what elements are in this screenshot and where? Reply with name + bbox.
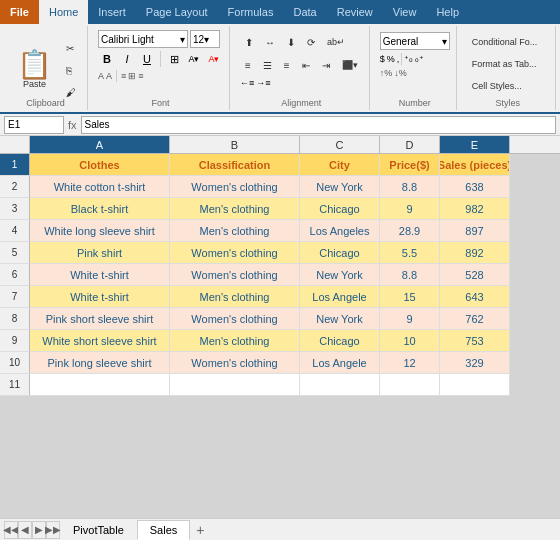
table-cell[interactable]: Clothes: [30, 154, 170, 176]
tab-home[interactable]: Home: [39, 0, 88, 24]
tab-formulas[interactable]: Formulas: [218, 0, 284, 24]
row-number[interactable]: 6: [0, 264, 30, 286]
spreadsheet-scroll-container[interactable]: 1ClothesClassificationCityPrice($)Sales …: [0, 154, 560, 518]
table-cell[interactable]: 9: [380, 308, 440, 330]
font-name-selector[interactable]: Calibri Light ▾: [98, 30, 188, 48]
table-cell[interactable]: Pink short sleeve shirt: [30, 308, 170, 330]
table-cell[interactable]: 329: [440, 352, 510, 374]
underline-button[interactable]: U: [138, 50, 156, 68]
row-number[interactable]: 2: [0, 176, 30, 198]
col-header-b[interactable]: B: [170, 136, 300, 153]
table-cell[interactable]: [380, 374, 440, 396]
table-cell[interactable]: 8.8: [380, 176, 440, 198]
table-cell[interactable]: White t-shirt: [30, 264, 170, 286]
row-number[interactable]: 3: [0, 198, 30, 220]
font-color-button[interactable]: A▾: [205, 50, 223, 68]
table-cell[interactable]: Pink shirt: [30, 242, 170, 264]
table-cell[interactable]: Men's clothing: [170, 220, 300, 242]
align-right-button[interactable]: ≡: [279, 55, 295, 75]
table-cell[interactable]: [170, 374, 300, 396]
tab-page-layout[interactable]: Page Layout: [136, 0, 218, 24]
table-cell[interactable]: Women's clothing: [170, 176, 300, 198]
table-cell[interactable]: 753: [440, 330, 510, 352]
table-cell[interactable]: [300, 374, 380, 396]
table-cell[interactable]: Sales (pieces): [440, 154, 510, 176]
copy-button[interactable]: ⎘: [61, 60, 81, 80]
sheet-scroll-left-button[interactable]: ◀◀: [4, 521, 18, 539]
table-cell[interactable]: Classification: [170, 154, 300, 176]
table-cell[interactable]: 8.8: [380, 264, 440, 286]
col-header-c[interactable]: C: [300, 136, 380, 153]
table-cell[interactable]: Black t-shirt: [30, 198, 170, 220]
font-size-selector[interactable]: 12 ▾: [190, 30, 220, 48]
table-cell[interactable]: 982: [440, 198, 510, 220]
table-cell[interactable]: 5.5: [380, 242, 440, 264]
table-cell[interactable]: Women's clothing: [170, 308, 300, 330]
bold-button[interactable]: B: [98, 50, 116, 68]
table-cell[interactable]: White cotton t-shirt: [30, 176, 170, 198]
table-cell[interactable]: New York: [300, 176, 380, 198]
tab-view[interactable]: View: [383, 0, 427, 24]
col-header-e[interactable]: E: [440, 136, 510, 153]
increase-indent-button[interactable]: ⇥: [317, 55, 335, 75]
row-number[interactable]: 5: [0, 242, 30, 264]
table-cell[interactable]: 892: [440, 242, 510, 264]
table-cell[interactable]: 643: [440, 286, 510, 308]
table-cell[interactable]: City: [300, 154, 380, 176]
align-left-button[interactable]: ≡: [240, 55, 256, 75]
table-cell[interactable]: Los Angeles: [300, 220, 380, 242]
table-cell[interactable]: 12: [380, 352, 440, 374]
sheet-scroll-next-button[interactable]: ▶: [32, 521, 46, 539]
table-cell[interactable]: White long sleeve shirt: [30, 220, 170, 242]
table-cell[interactable]: Pink long sleeve shirt: [30, 352, 170, 374]
row-number[interactable]: 11: [0, 374, 30, 396]
table-cell[interactable]: Women's clothing: [170, 264, 300, 286]
table-cell[interactable]: New York: [300, 308, 380, 330]
table-cell[interactable]: 897: [440, 220, 510, 242]
table-cell[interactable]: Chicago: [300, 242, 380, 264]
fill-color-button[interactable]: A▾: [185, 50, 203, 68]
table-cell[interactable]: Chicago: [300, 330, 380, 352]
merge-button[interactable]: ⬛▾: [337, 55, 363, 75]
row-number[interactable]: 1: [0, 154, 30, 176]
table-cell[interactable]: Men's clothing: [170, 198, 300, 220]
table-cell[interactable]: Price($): [380, 154, 440, 176]
row-number[interactable]: 7: [0, 286, 30, 308]
number-format-selector[interactable]: General ▾: [380, 32, 450, 50]
table-cell[interactable]: Women's clothing: [170, 352, 300, 374]
add-sheet-button[interactable]: +: [190, 520, 210, 540]
table-cell[interactable]: 15: [380, 286, 440, 308]
table-cell[interactable]: Chicago: [300, 198, 380, 220]
border-button[interactable]: ⊞: [165, 50, 183, 68]
table-cell[interactable]: White short sleeve shirt: [30, 330, 170, 352]
align-middle-button[interactable]: ↔: [260, 32, 280, 52]
table-cell[interactable]: Men's clothing: [170, 286, 300, 308]
name-box[interactable]: E1: [4, 116, 64, 134]
conditional-formatting-button[interactable]: Conditional Fo...: [467, 32, 549, 52]
tab-help[interactable]: Help: [426, 0, 469, 24]
align-center-button[interactable]: ☰: [258, 55, 277, 75]
table-cell[interactable]: Women's clothing: [170, 242, 300, 264]
cut-button[interactable]: ✂: [61, 38, 81, 58]
table-cell[interactable]: 762: [440, 308, 510, 330]
formula-input[interactable]: Sales: [81, 116, 556, 134]
align-bottom-button[interactable]: ⬇: [282, 32, 300, 52]
tab-insert[interactable]: Insert: [88, 0, 136, 24]
table-cell[interactable]: Los Angele: [300, 286, 380, 308]
sheet-scroll-right-button[interactable]: ▶▶: [46, 521, 60, 539]
tab-review[interactable]: Review: [327, 0, 383, 24]
format-as-table-button[interactable]: Format as Tab...: [467, 54, 549, 74]
tab-data[interactable]: Data: [283, 0, 326, 24]
paste-button[interactable]: 📋 Paste: [10, 46, 59, 94]
italic-button[interactable]: I: [118, 50, 136, 68]
tab-file[interactable]: File: [0, 0, 39, 24]
table-cell[interactable]: [440, 374, 510, 396]
sheet-tab-sales[interactable]: Sales: [137, 520, 191, 540]
row-number[interactable]: 9: [0, 330, 30, 352]
row-number[interactable]: 4: [0, 220, 30, 242]
col-header-d[interactable]: D: [380, 136, 440, 153]
cell-styles-button[interactable]: Cell Styles...: [467, 76, 549, 96]
table-cell[interactable]: 10: [380, 330, 440, 352]
table-cell[interactable]: 528: [440, 264, 510, 286]
align-top-button[interactable]: ⬆: [240, 32, 258, 52]
